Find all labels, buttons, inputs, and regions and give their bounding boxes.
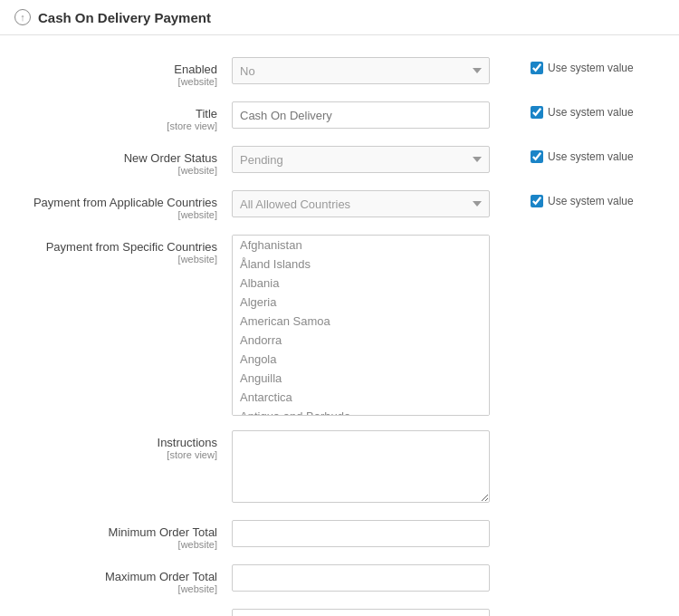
new-order-status-system-value-checkbox[interactable]	[531, 150, 543, 163]
back-icon[interactable]: ↑	[14, 9, 31, 25]
enabled-label-col: Enabled [website]	[14, 57, 232, 87]
sort-order-field-col	[232, 609, 520, 616]
title-row: Title [store view] Use system value	[0, 94, 679, 139]
maximum-order-total-row: Maximum Order Total [website]	[0, 557, 679, 602]
instructions-label-col: Instructions [store view]	[14, 430, 232, 460]
enabled-select[interactable]: No Yes	[232, 57, 490, 84]
instructions-field-col	[232, 430, 520, 505]
minimum-order-total-scope: [website]	[14, 539, 217, 550]
payment-specific-countries-label-col: Payment from Specific Countries [website…	[14, 235, 232, 265]
list-item[interactable]: Angola	[233, 350, 489, 369]
maximum-order-total-label: Maximum Order Total	[105, 570, 217, 583]
page-header: ↑ Cash On Delivery Payment	[0, 0, 679, 35]
minimum-order-total-row: Minimum Order Total [website]	[0, 513, 679, 557]
form-section: Enabled [website] No Yes Use system valu…	[0, 35, 679, 616]
title-scope: [store view]	[14, 120, 217, 131]
new-order-status-label: New Order Status	[124, 151, 217, 165]
instructions-label: Instructions	[158, 436, 217, 449]
minimum-order-total-field-col	[232, 520, 520, 547]
title-input[interactable]	[232, 101, 490, 129]
payment-applicable-countries-system-value-label[interactable]: Use system value	[531, 195, 634, 207]
enabled-field-col: No Yes	[232, 57, 520, 84]
payment-specific-countries-label: Payment from Specific Countries	[46, 240, 217, 254]
list-item[interactable]: Antarctica	[233, 388, 489, 407]
sort-order-label-col: Sort Order [website]	[14, 609, 232, 616]
maximum-order-total-label-col: Maximum Order Total [website]	[14, 564, 232, 594]
enabled-label: Enabled	[174, 63, 217, 76]
minimum-order-total-input[interactable]	[232, 520, 490, 547]
title-system-value-checkbox[interactable]	[531, 106, 543, 119]
payment-applicable-countries-label: Payment from Applicable Countries	[33, 196, 217, 209]
sort-order-row: Sort Order [website]	[0, 602, 679, 616]
enabled-system-value-label[interactable]: Use system value	[531, 62, 634, 74]
payment-specific-countries-row: Payment from Specific Countries [website…	[0, 227, 679, 423]
list-item[interactable]: Albania	[233, 274, 489, 293]
minimum-order-total-system-value	[520, 520, 665, 525]
maximum-order-total-input[interactable]	[232, 564, 490, 592]
maximum-order-total-scope: [website]	[14, 583, 217, 594]
payment-specific-countries-system-value	[520, 235, 665, 239]
instructions-scope: [store view]	[14, 449, 217, 460]
maximum-order-total-system-value	[520, 564, 665, 569]
minimum-order-total-label: Minimum Order Total	[109, 525, 217, 539]
new-order-status-system-value: Use system value	[520, 146, 665, 163]
list-item[interactable]: Åland Islands	[233, 255, 489, 274]
sort-order-input[interactable]	[232, 609, 490, 616]
payment-applicable-countries-select[interactable]: All Allowed Countries Specific Countries	[232, 190, 490, 217]
list-item[interactable]: Algeria	[233, 293, 489, 312]
payment-applicable-countries-scope: [website]	[14, 209, 217, 220]
payment-applicable-countries-field-col: All Allowed Countries Specific Countries	[232, 190, 520, 217]
new-order-status-label-col: New Order Status [website]	[14, 146, 232, 176]
maximum-order-total-field-col	[232, 564, 520, 592]
payment-applicable-countries-row: Payment from Applicable Countries [websi…	[0, 183, 679, 227]
sort-order-system-value	[520, 609, 665, 613]
payment-specific-countries-scope: [website]	[14, 254, 217, 265]
list-item[interactable]: Andorra	[233, 331, 489, 350]
payment-applicable-countries-system-value: Use system value	[520, 190, 665, 207]
payment-applicable-countries-system-value-checkbox[interactable]	[531, 195, 543, 207]
list-item[interactable]: Antigua and Barbuda	[233, 407, 489, 416]
new-order-status-field-col: Pending Processing Complete	[232, 146, 520, 173]
instructions-system-value	[520, 430, 665, 435]
minimum-order-total-label-col: Minimum Order Total [website]	[14, 520, 232, 550]
new-order-status-row: New Order Status [website] Pending Proce…	[0, 139, 679, 183]
title-system-value-label[interactable]: Use system value	[531, 106, 634, 119]
list-item[interactable]: American Samoa	[233, 312, 489, 331]
title-field-col	[232, 101, 520, 129]
title-label: Title	[196, 107, 217, 120]
enabled-scope: [website]	[14, 76, 217, 87]
new-order-status-system-value-label[interactable]: Use system value	[531, 150, 634, 163]
instructions-textarea[interactable]	[232, 430, 490, 503]
instructions-row: Instructions [store view]	[0, 423, 679, 513]
enabled-system-value: Use system value	[520, 57, 665, 74]
new-order-status-select[interactable]: Pending Processing Complete	[232, 146, 490, 173]
title-label-col: Title [store view]	[14, 101, 232, 131]
payment-specific-countries-multiselect[interactable]: Afghanistan Åland Islands Albania Algeri…	[232, 235, 490, 416]
payment-specific-countries-field-col: Afghanistan Åland Islands Albania Algeri…	[232, 235, 520, 416]
list-item[interactable]: Afghanistan	[233, 236, 489, 255]
enabled-system-value-checkbox[interactable]	[531, 62, 543, 74]
title-system-value: Use system value	[520, 101, 665, 119]
payment-applicable-countries-label-col: Payment from Applicable Countries [websi…	[14, 190, 232, 220]
new-order-status-scope: [website]	[14, 165, 217, 176]
page-title: Cash On Delivery Payment	[38, 10, 211, 25]
list-item[interactable]: Anguilla	[233, 369, 489, 388]
enabled-row: Enabled [website] No Yes Use system valu…	[0, 50, 679, 94]
